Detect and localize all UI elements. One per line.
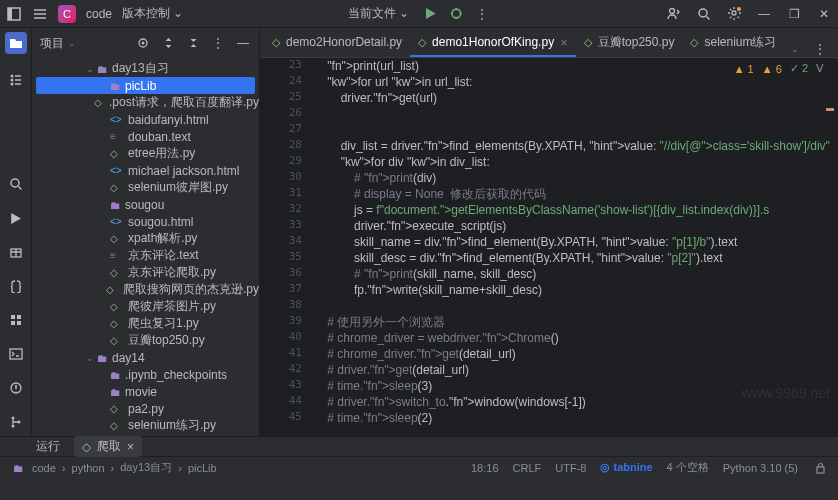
minimize-icon[interactable]: — bbox=[756, 6, 772, 22]
project-tree[interactable]: ⌄🖿day13自习🖿picLib◇.post请求，爬取百度翻译.py<>baid… bbox=[32, 58, 259, 436]
inspection-chevron-icon[interactable]: ᐯ bbox=[816, 62, 824, 75]
run-icon[interactable] bbox=[422, 6, 438, 22]
editor-tab[interactable]: ◇demo2HonorDetail.py bbox=[264, 29, 410, 57]
tab-list-dropdown-icon[interactable]: ⌄ bbox=[791, 44, 799, 54]
tree-file[interactable]: ◇etree用法.py bbox=[32, 145, 259, 162]
hide-panel-icon[interactable]: — bbox=[235, 35, 251, 51]
cursor-position[interactable]: 18:16 bbox=[471, 462, 499, 474]
settings-badge-icon[interactable] bbox=[726, 6, 742, 22]
python-file-icon: ◇ bbox=[110, 318, 124, 329]
collapse-all-icon[interactable] bbox=[185, 35, 201, 51]
code-with-me-icon[interactable] bbox=[666, 6, 682, 22]
tree-file[interactable]: ◇selenium彼岸图.py bbox=[32, 179, 259, 196]
encoding[interactable]: UTF-8 bbox=[555, 462, 586, 474]
inspection-widget[interactable]: ▲ 1 ▲ 6 ✓ 2 ᐯ bbox=[734, 62, 824, 75]
editor-tab[interactable]: ◇豆瓣top250.py bbox=[576, 29, 683, 57]
services-tool-icon[interactable] bbox=[8, 312, 24, 328]
tree-folder[interactable]: ⌄🖿day13自习 bbox=[32, 60, 259, 77]
tab-label: demo2HonorDetail.py bbox=[286, 35, 402, 49]
tab-label: 豆瓣top250.py bbox=[598, 34, 675, 51]
tree-item-label: day13自习 bbox=[112, 60, 169, 77]
tree-item-label: 爬虫复习1.py bbox=[128, 315, 199, 332]
crumb-separator-icon: › bbox=[178, 462, 182, 474]
editor-tab[interactable]: ◇selenium练习 bbox=[682, 29, 784, 57]
tree-file[interactable]: ≡京东评论.text bbox=[32, 247, 259, 264]
crumb-separator-icon: › bbox=[62, 462, 66, 474]
structure-tool-icon[interactable] bbox=[8, 72, 24, 88]
tree-folder[interactable]: 🖿movie bbox=[32, 383, 259, 400]
svg-point-10 bbox=[11, 179, 19, 187]
close-window-icon[interactable]: ✕ bbox=[816, 6, 832, 22]
python-interpreter[interactable]: Python 3.10 (5) bbox=[723, 462, 798, 474]
editor-tab[interactable]: ◇demo1HonorOfKing.py× bbox=[410, 29, 576, 57]
more-actions-icon[interactable]: ⋮ bbox=[474, 6, 490, 22]
panel-options-icon[interactable]: ⋮ bbox=[210, 35, 226, 51]
tree-folder[interactable]: 🖿.ipynb_checkpoints bbox=[32, 366, 259, 383]
tree-file[interactable]: ◇pa2.py bbox=[32, 400, 259, 417]
tree-file[interactable]: <>michael jackson.html bbox=[32, 162, 259, 179]
folder-icon: 🖿 bbox=[110, 369, 121, 381]
crumb-segment[interactable]: picLib bbox=[188, 462, 217, 474]
editor-body[interactable]: 2324252627282930313233343536373839404142… bbox=[260, 58, 838, 436]
restore-icon[interactable]: ❐ bbox=[786, 6, 802, 22]
typo-badge[interactable]: ✓ 2 bbox=[790, 62, 808, 75]
tab-label: selenium练习 bbox=[704, 34, 776, 51]
tree-item-label: michael jackson.html bbox=[128, 164, 239, 178]
tree-file[interactable]: ◇.post请求，爬取百度翻译.py bbox=[32, 94, 259, 111]
terminal-tool-icon[interactable] bbox=[8, 346, 24, 362]
error-stripe-mark[interactable] bbox=[826, 108, 834, 111]
tree-file[interactable]: ◇爬取搜狗网页的杰克逊.py bbox=[32, 281, 259, 298]
crumb-segment[interactable]: code bbox=[32, 462, 56, 474]
main-menu-icon[interactable] bbox=[32, 6, 48, 22]
project-view-dropdown-icon[interactable]: ⌄ bbox=[68, 38, 76, 48]
tree-item-label: .ipynb_checkpoints bbox=[125, 368, 227, 382]
warning-badge[interactable]: ▲ 1 bbox=[734, 63, 754, 75]
crumb-segment[interactable]: python bbox=[72, 462, 105, 474]
python-packages-icon[interactable] bbox=[8, 244, 24, 260]
tabnine-widget[interactable]: ◎ tabnine bbox=[600, 461, 652, 474]
tree-file[interactable]: ≡douban.text bbox=[32, 128, 259, 145]
expand-chevron-icon[interactable]: ⌄ bbox=[86, 353, 94, 363]
tree-folder[interactable]: 🖿sougou bbox=[32, 196, 259, 213]
tabs-more-icon[interactable]: ⋮ bbox=[812, 41, 828, 57]
folder-icon: 🖿 bbox=[97, 63, 108, 75]
tree-file[interactable]: ◇爬虫复习1.py bbox=[32, 315, 259, 332]
vcs-tool-icon[interactable] bbox=[8, 414, 24, 430]
run-config-tab[interactable]: ◇ 爬取 × bbox=[74, 436, 142, 457]
svg-rect-13 bbox=[17, 315, 21, 319]
select-opened-icon[interactable] bbox=[135, 35, 151, 51]
run-tool-icon[interactable] bbox=[8, 210, 24, 226]
breadcrumb[interactable]: 🖿code › python › day13自习 › picLib bbox=[10, 460, 217, 476]
line-separator[interactable]: CRLF bbox=[513, 462, 542, 474]
close-tab-icon[interactable]: × bbox=[560, 35, 568, 50]
close-run-tab-icon[interactable]: × bbox=[127, 440, 134, 454]
crumb-segment[interactable]: day13自习 bbox=[120, 460, 172, 475]
find-tool-icon[interactable] bbox=[8, 176, 24, 192]
debug-icon[interactable] bbox=[448, 6, 464, 22]
tree-file[interactable]: <>sougou.html bbox=[32, 213, 259, 230]
tree-file[interactable]: ◇爬彼岸茶图片.py bbox=[32, 298, 259, 315]
problems-tool-icon[interactable] bbox=[8, 380, 24, 396]
tree-item-label: selenium练习.py bbox=[128, 417, 216, 434]
code-content[interactable]: "fn">print(url_list) "kw">for url "kw">i… bbox=[308, 58, 838, 436]
tree-file[interactable]: <>baidufanyi.html bbox=[32, 111, 259, 128]
lock-icon[interactable] bbox=[812, 460, 828, 476]
tree-file[interactable]: ◇selenium练习.py bbox=[32, 417, 259, 434]
expand-chevron-icon[interactable]: ⌄ bbox=[86, 64, 94, 74]
tree-folder[interactable]: ⌄🖿day14 bbox=[32, 349, 259, 366]
tree-file[interactable]: ◇豆瓣top250.py bbox=[32, 332, 259, 349]
weak-warning-badge[interactable]: ▲ 6 bbox=[762, 63, 782, 75]
expand-all-icon[interactable] bbox=[160, 35, 176, 51]
search-everywhere-icon[interactable] bbox=[696, 6, 712, 22]
titlebar: C code 版本控制 ⌄ 当前文件 ⌄ ⋮ — ❐ ✕ bbox=[0, 0, 838, 28]
tree-folder[interactable]: 🖿picLib bbox=[36, 77, 255, 94]
vcs-dropdown[interactable]: 版本控制 ⌄ bbox=[122, 5, 186, 22]
current-file-dropdown[interactable]: 当前文件 ⌄ bbox=[348, 5, 412, 22]
svg-point-4 bbox=[699, 9, 707, 17]
indent-settings[interactable]: 4 个空格 bbox=[667, 460, 709, 475]
tree-file[interactable]: ◇xpath解析.py bbox=[32, 230, 259, 247]
drawer-icon[interactable] bbox=[6, 6, 22, 22]
python-console-icon[interactable] bbox=[8, 278, 24, 294]
project-tool-icon[interactable] bbox=[5, 32, 27, 54]
tree-file[interactable]: ◇京东评论爬取.py bbox=[32, 264, 259, 281]
